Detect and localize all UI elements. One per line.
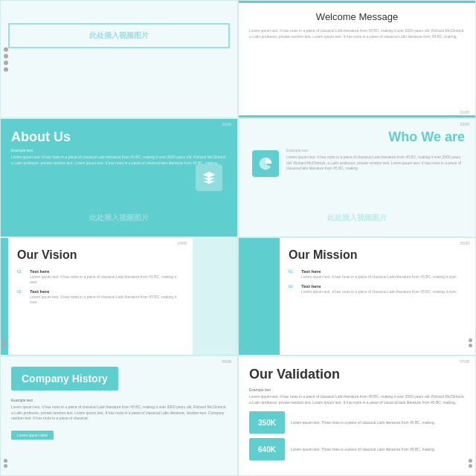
slide-title: Our Mission: [289, 248, 466, 262]
slide-title: Our Validation: [249, 367, 465, 383]
item-title: Text here: [30, 269, 184, 274]
slide-number: 07/08: [460, 359, 469, 364]
layers-icon: [202, 170, 216, 185]
example-label: Example text: [286, 148, 465, 152]
slide-title: Company History: [22, 373, 108, 385]
slide-right-icons: [469, 338, 472, 347]
pie-icon-box: [252, 150, 279, 177]
slide-watermark: 此处插入视频图片: [8, 23, 230, 48]
item-number: 02: [17, 289, 26, 294]
slide-right-icons: [469, 459, 472, 468]
vision-item-1: 01 Text here Lorem ipsum text. It has ro…: [17, 269, 184, 285]
slide-watermark: 此处插入视频图片: [239, 213, 475, 223]
vision-item-2: 02 Text here Lorem ipsum text. It has ro…: [17, 289, 184, 305]
slide-our-mission: 05/08 Our Mission 01 Text here Lorem ips…: [238, 237, 476, 356]
icon-dot-1: [469, 459, 472, 463]
item-title: Text here: [301, 284, 457, 289]
icon-dot-1: [2, 338, 6, 342]
icon-dot-2: [4, 464, 7, 468]
slide-title: Who We are: [286, 129, 465, 145]
slide-our-vision: 04/08 Our Vision 01 Text here Lorem ipsu…: [0, 237, 238, 356]
slide-number: 04/08: [177, 241, 187, 245]
layers-icon-box: [196, 164, 222, 191]
slide-top-bar: [239, 1, 475, 3]
slide-body: Lorem ipsum text. It has roots in a piec…: [286, 155, 465, 172]
icon-dot-1: [4, 459, 7, 463]
item-text: Lorem ipsum text. It has roots in a piec…: [30, 274, 184, 285]
item-number: 01: [17, 269, 26, 274]
stat-row-1: 350K Lorem ipsum text. Three lines is a …: [249, 411, 465, 434]
slide-watermark: 此处插入视频图片: [1, 213, 237, 223]
slide-content: 05/08 Our Mission 01 Text here Lorem ips…: [280, 238, 475, 355]
slide-welcome-left: 此处插入视频图片: [0, 0, 238, 118]
icon-dot-2: [469, 344, 472, 347]
stat-value-2: 640K: [249, 438, 285, 460]
slide-accent-bar: [1, 238, 8, 355]
item-number: 01: [289, 269, 298, 274]
mission-item-1: 01 Text here Lorem ipsum text. It has ro…: [289, 269, 466, 280]
slide-title: About Us: [11, 129, 227, 145]
example-label: Example text: [249, 387, 465, 392]
item-content: Text here Lorem ipsum text. It has roots…: [301, 284, 457, 295]
slide-who-we-are: 03/08 Who We are Example text Lorem ipsu…: [238, 118, 476, 237]
item-text: Lorem ipsum text. It has roots in a piec…: [301, 289, 457, 295]
stat-row-2: 640K Lorem ipsum text. Three lines is a …: [249, 438, 465, 460]
icon-dot-3: [4, 60, 8, 65]
item-text: Lorem ipsum text. It has roots in a piec…: [30, 295, 184, 305]
item-content: Text here Lorem ipsum text. It has roots…: [30, 289, 184, 305]
slide-title: Welcome Message: [249, 11, 465, 22]
icon-dot-1: [469, 338, 472, 342]
stat-text-1: Lorem ipsum text. Three lines is a piece…: [291, 420, 435, 425]
item-text: Lorem ipsum text. It has roots in a piec…: [301, 274, 457, 280]
slide-left-icons: [4, 47, 8, 71]
pie-chart-icon: [258, 156, 273, 171]
slide-welcome-right: Welcome Message Lorem ipsum text. It has…: [238, 0, 476, 118]
slide-body: Lorem ipsum text. It has roots in a piec…: [11, 155, 227, 166]
slide-left-icons: [2, 338, 6, 347]
stat-value-1: 350K: [249, 411, 285, 434]
item-content: Text here Lorem ipsum text. It has roots…: [30, 269, 184, 285]
slide-image-placeholder: [193, 238, 237, 355]
example-label: Example text: [11, 148, 227, 152]
slide-left-icons: [4, 459, 7, 468]
icon-dot-2: [4, 54, 8, 58]
icon-dot-2: [2, 344, 6, 347]
mission-item-2: 02 Text here Lorem ipsum text. It has ro…: [289, 284, 466, 295]
slide-content: 04/08 Our Vision 01 Text here Lorem ipsu…: [8, 238, 193, 355]
stat-text-2: Lorem ipsum text. Three lines is a piece…: [291, 447, 435, 452]
slide-body: Lorem ipsum text. It has roots in a piec…: [249, 28, 465, 39]
icon-dot-1: [4, 47, 8, 51]
slide-about-us: 02/08 About Us Example text Lorem ipsum …: [0, 118, 238, 237]
slide-number: 06/08: [222, 359, 231, 364]
item-content: Text here Lorem ipsum text. It has roots…: [301, 269, 457, 280]
example-label: Example text: [11, 398, 227, 402]
item-title: Text here: [301, 269, 457, 274]
history-title-box: Company History: [11, 367, 118, 390]
slide-number: 01/08: [460, 110, 469, 115]
slide-body: Lorem ipsum text. It has roots in a piec…: [249, 394, 465, 405]
item-number: 02: [289, 284, 298, 289]
slide-bottom-bar: [239, 115, 475, 118]
slide-title: Our Vision: [17, 248, 184, 262]
slide-number: 02/08: [222, 122, 231, 126]
slide-company-history: 06/08 Company History Example text Lorem…: [0, 356, 238, 476]
learn-more-button[interactable]: Lorem ipsum label: [11, 431, 54, 440]
slide-number: 05/08: [460, 241, 469, 245]
slide-image-placeholder: [239, 238, 280, 355]
slide-our-validation: 07/08 Our Validation Example text Lorem …: [238, 356, 476, 476]
slide-body: Lorem ipsum text. It has roots in a piec…: [11, 405, 227, 422]
icon-dot-2: [469, 464, 472, 468]
slide-number: 03/08: [460, 122, 469, 126]
icon-dot-4: [4, 67, 8, 71]
item-title: Text here: [30, 289, 184, 294]
